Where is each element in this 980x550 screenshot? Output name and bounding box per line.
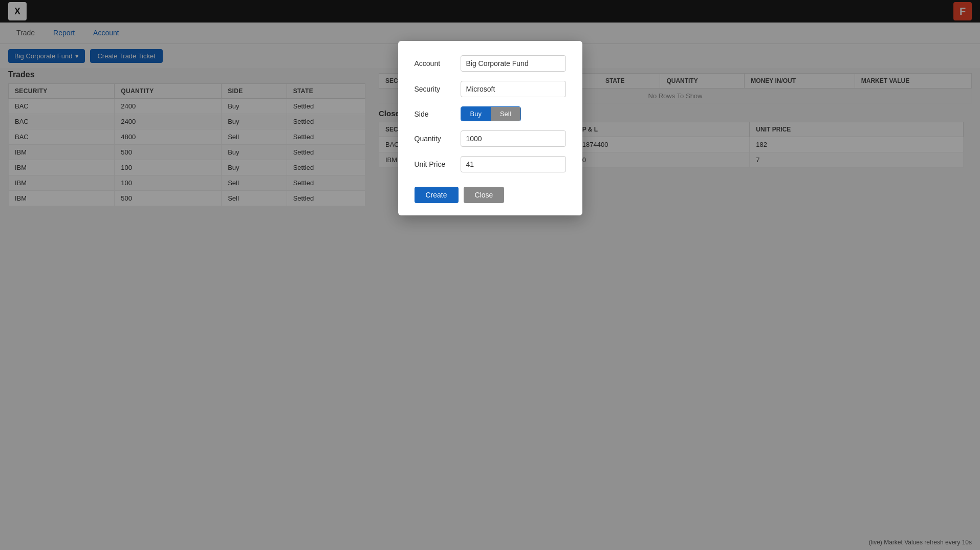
account-input[interactable] [461, 55, 566, 72]
modal-security-row: Security [415, 81, 566, 97]
modal-create-button[interactable]: Create [415, 187, 459, 203]
side-label: Side [415, 110, 461, 118]
unit-price-label: Unit Price [415, 160, 461, 168]
security-label: Security [415, 85, 461, 93]
modal-buttons: Create Close [415, 187, 566, 203]
sell-button[interactable]: Sell [491, 107, 520, 121]
modal-overlay: Account Security Side Buy Sell Quantity … [0, 0, 980, 550]
side-toggle: Buy Sell [461, 106, 521, 121]
buy-button[interactable]: Buy [461, 107, 491, 121]
quantity-input[interactable] [461, 130, 566, 147]
modal-close-button[interactable]: Close [464, 187, 505, 203]
security-input[interactable] [461, 81, 566, 97]
account-label: Account [415, 59, 461, 68]
modal-side-row: Side Buy Sell [415, 106, 566, 121]
quantity-label: Quantity [415, 135, 461, 143]
modal-quantity-row: Quantity [415, 130, 566, 147]
modal-account-row: Account [415, 55, 566, 72]
create-trade-modal: Account Security Side Buy Sell Quantity … [398, 41, 582, 215]
unit-price-input[interactable] [461, 156, 566, 172]
modal-unit-price-row: Unit Price [415, 156, 566, 172]
